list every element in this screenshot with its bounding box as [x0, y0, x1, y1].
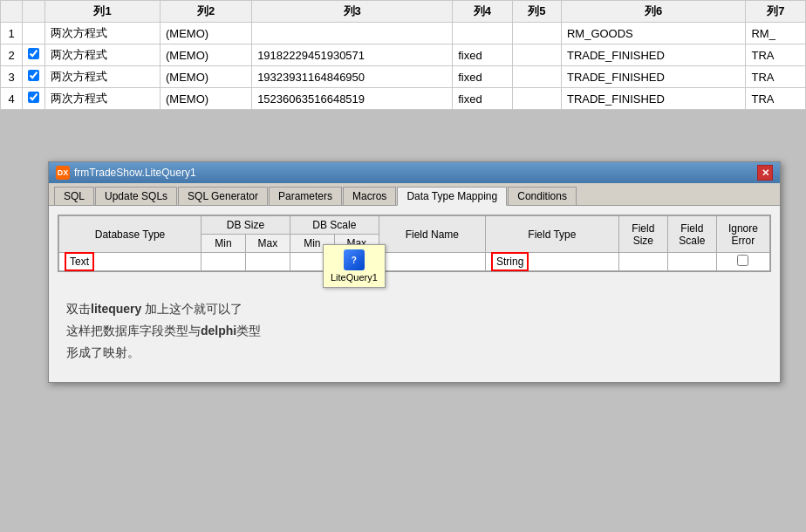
- cell-col1: 两次方程式: [45, 44, 161, 66]
- tab-parameters[interactable]: Parameters: [269, 187, 342, 205]
- ignore-error-cell: [716, 253, 769, 271]
- col1-header: 列1: [45, 1, 161, 23]
- litequery-popup: ? LiteQuery1: [323, 244, 386, 288]
- cell-col7: RM_: [746, 23, 806, 44]
- annotation-line3: 形成了映射。: [66, 342, 762, 364]
- cell-col7: TRA: [746, 66, 806, 88]
- col-db-size-header: DB Size: [202, 216, 290, 235]
- row-number: 2: [1, 44, 23, 66]
- field-type-value: String: [491, 252, 529, 271]
- litequery-label: LiteQuery1: [331, 272, 378, 283]
- dialog-titlebar: DX frmTradeShow.LiteQuery1 ✕: [49, 162, 780, 183]
- db-type-value: Text: [65, 252, 94, 271]
- annotation-line2: 这样把数据库字段类型与delphi类型: [66, 320, 762, 342]
- cell-col2: (MEMO): [161, 88, 252, 110]
- tab-update-sqls[interactable]: Update SQLs: [95, 187, 177, 205]
- row-checkbox-cell[interactable]: [23, 66, 45, 88]
- tab-macros[interactable]: Macros: [343, 187, 396, 205]
- row-checkbox-cell[interactable]: [23, 88, 45, 110]
- col-db-size-min-header: Min: [202, 235, 246, 253]
- mapping-table-container: Database Type DB Size DB Scale Field Nam…: [58, 215, 771, 272]
- annotation-line1: 双击litequery 加上这个就可以了: [66, 298, 762, 320]
- row-checkbox[interactable]: [28, 70, 39, 81]
- row-checkbox[interactable]: [28, 48, 39, 59]
- cell-col7: TRA: [746, 88, 806, 110]
- row-number: 3: [1, 66, 23, 88]
- cell-col6: RM_GOODS: [561, 23, 746, 44]
- row-checkbox-cell[interactable]: [23, 44, 45, 66]
- col-field-size-header: Field Size: [618, 216, 667, 253]
- dialog-title: frmTradeShow.LiteQuery1: [74, 167, 196, 179]
- tab-data-type-mapping[interactable]: Data Type Mapping: [397, 187, 507, 206]
- cell-col6: TRADE_FINISHED: [561, 66, 746, 88]
- col5-header: 列5: [512, 1, 561, 23]
- dialog-body: Database Type DB Size DB Scale Field Nam…: [49, 206, 780, 382]
- mapping-row[interactable]: Text String: [59, 253, 770, 271]
- col-field-type-header: Field Type: [486, 216, 619, 253]
- row-checkbox[interactable]: [28, 92, 39, 103]
- annotation-line2-bold: delphi: [201, 324, 236, 338]
- db-size-min-cell: [202, 253, 246, 271]
- dialog-close-button[interactable]: ✕: [757, 165, 773, 181]
- field-scale-cell: [667, 253, 716, 271]
- db-size-max-cell: [245, 253, 290, 271]
- cell-col5: [512, 88, 561, 110]
- cell-col1: 两次方程式: [45, 66, 161, 88]
- table-row: 4两次方程式(MEMO)15236063516648519fixedTRADE_…: [1, 88, 806, 110]
- cell-col3: 19182229451930571: [252, 44, 453, 66]
- cell-col6: TRADE_FINISHED: [561, 44, 746, 66]
- col6-header: 列6: [561, 1, 746, 23]
- col-db-type-header: Database Type: [59, 216, 202, 253]
- annotation: 双击litequery 加上这个就可以了 这样把数据库字段类型与delphi类型…: [58, 290, 771, 373]
- dialog-tabs: SQL Update SQLs SQL Generator Parameters…: [49, 183, 780, 206]
- cell-col5: [512, 44, 561, 66]
- litequery-icon: ?: [344, 249, 365, 270]
- dialog-icon: DX: [56, 166, 70, 180]
- cell-col7: TRA: [746, 44, 806, 66]
- col-check-header: [23, 1, 45, 23]
- annotation-line1-suffix: 加上这个就可以了: [141, 302, 242, 316]
- cell-col3: 15236063516648519: [252, 88, 453, 110]
- annotation-line1-bold: litequery: [91, 302, 141, 316]
- cell-col4: fixed: [453, 88, 513, 110]
- ignore-error-checkbox[interactable]: [737, 255, 748, 266]
- annotation-line1-prefix: 双击: [66, 302, 91, 316]
- cell-col6: TRADE_FINISHED: [561, 88, 746, 110]
- db-type-cell: Text: [59, 253, 202, 271]
- col-db-size-max-header: Max: [245, 235, 290, 253]
- col-db-scale-header: DB Scale: [290, 216, 379, 235]
- col-field-name-header: Field Name: [379, 216, 485, 253]
- cell-col4: fixed: [453, 66, 513, 88]
- mapping-table: Database Type DB Size DB Scale Field Nam…: [58, 215, 770, 271]
- cell-col1: 两次方程式: [45, 23, 161, 44]
- col-ignore-error-header: Ignore Error: [716, 216, 769, 253]
- tab-sql[interactable]: SQL: [54, 187, 94, 205]
- titlebar-left: DX frmTradeShow.LiteQuery1: [56, 166, 196, 180]
- tab-conditions[interactable]: Conditions: [508, 187, 577, 205]
- cell-col5: [512, 23, 561, 44]
- dialog: DX frmTradeShow.LiteQuery1 ✕ SQL Update …: [48, 161, 781, 383]
- table-row: 3两次方程式(MEMO)19323931164846950fixedTRADE_…: [1, 66, 806, 88]
- col4-header: 列4: [453, 1, 513, 23]
- field-type-cell: String: [486, 253, 619, 271]
- cell-col3: 19323931164846950: [252, 66, 453, 88]
- col3-header: 列3: [252, 1, 453, 23]
- litequery-icon-text: ?: [352, 256, 357, 265]
- col-field-scale-header: Field Scale: [667, 216, 716, 253]
- cell-col3: [252, 23, 453, 44]
- row-number: 4: [1, 88, 23, 110]
- row-number: 1: [1, 23, 23, 44]
- col7-header: 列7: [746, 1, 806, 23]
- annotation-line2-prefix: 这样把数据库字段类型与: [66, 324, 201, 338]
- row-checkbox-cell[interactable]: [23, 23, 45, 44]
- cell-col2: (MEMO): [161, 66, 252, 88]
- cell-col4: fixed: [453, 44, 513, 66]
- field-size-cell: [618, 253, 667, 271]
- cell-col2: (MEMO): [161, 44, 252, 66]
- col-num-header: [1, 1, 23, 23]
- background-table: 列1 列2 列3 列4 列5 列6 列7 1两次方程式(MEMO)RM_GOOD…: [0, 0, 806, 110]
- tab-sql-generator[interactable]: SQL Generator: [178, 187, 268, 205]
- cell-col5: [512, 66, 561, 88]
- cell-col4: [453, 23, 513, 44]
- table-row: 2两次方程式(MEMO)19182229451930571fixedTRADE_…: [1, 44, 806, 66]
